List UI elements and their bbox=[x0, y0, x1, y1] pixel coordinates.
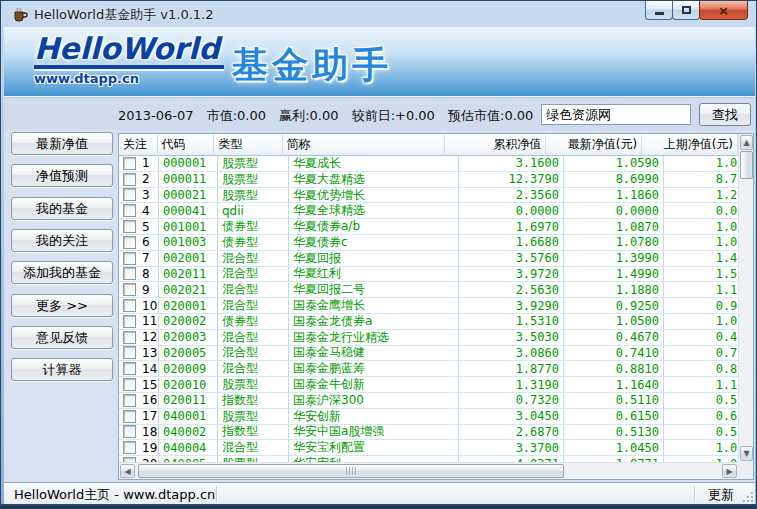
type-cell: 股票型 bbox=[218, 156, 289, 171]
table-row[interactable]: 1000001股票型华夏成长3.16001.05901.0710 bbox=[119, 156, 738, 172]
column-header-latest-nav[interactable]: 最新净值(元) bbox=[546, 134, 642, 156]
latest-nav-cell: 1.0500 bbox=[564, 314, 664, 329]
table-row[interactable]: 6001003债券型华夏债券c1.66801.07801.0790 bbox=[119, 235, 738, 251]
scroll-up-button[interactable]: ▲ bbox=[740, 135, 753, 150]
watch-checkbox[interactable] bbox=[123, 331, 136, 344]
table-row[interactable]: 4000041qdii华夏全球精选0.00000.00000.0000 bbox=[119, 203, 738, 219]
accumulated-nav-cell: 3.9720 bbox=[459, 267, 564, 282]
watch-checkbox[interactable] bbox=[123, 441, 136, 454]
watch-checkbox[interactable] bbox=[123, 378, 136, 391]
watch-checkbox[interactable] bbox=[123, 394, 136, 407]
search-button[interactable]: 查找 bbox=[699, 103, 751, 126]
watch-cell: 18 bbox=[119, 425, 159, 440]
table-row[interactable]: 13020005混合型国泰金马稳健3.08600.74100.7540 bbox=[119, 346, 738, 362]
watch-checkbox[interactable] bbox=[123, 346, 136, 359]
sidebar-button-calculator[interactable]: 计算器 bbox=[11, 358, 113, 381]
watch-checkbox[interactable] bbox=[123, 410, 136, 423]
latest-nav-cell: 1.0870 bbox=[564, 219, 664, 234]
table-row[interactable]: 10020001混合型国泰金鹰增长3.92900.92500.9330 bbox=[119, 298, 738, 314]
name-cell: 华夏全球精选 bbox=[289, 203, 459, 218]
watch-cell: 9 bbox=[119, 282, 159, 297]
table-row[interactable]: 5001001债券型华夏债券a/b1.69701.08701.0880 bbox=[119, 219, 738, 235]
column-header-code[interactable]: 代码 bbox=[158, 134, 215, 156]
type-cell: 混合型 bbox=[218, 361, 289, 376]
watch-checkbox[interactable] bbox=[123, 267, 136, 280]
latest-nav-cell: 8.6990 bbox=[564, 172, 664, 187]
horizontal-scrollbar[interactable]: ◀ ▶ bbox=[119, 462, 738, 479]
name-cell: 华夏红利 bbox=[289, 267, 459, 282]
table-row[interactable]: 9002021混合型华夏回报二号2.56301.18801.1990 bbox=[119, 282, 738, 298]
sidebar-button-add-my-fund[interactable]: 添加我的基金 bbox=[11, 261, 113, 284]
table-row[interactable]: 11020002债券型国泰金龙债券a1.53101.05001.0540 bbox=[119, 314, 738, 330]
accumulated-nav-cell: 3.3700 bbox=[459, 440, 564, 455]
watch-checkbox[interactable] bbox=[123, 425, 136, 438]
column-header-accumulated-nav[interactable]: 累积净值 bbox=[445, 134, 546, 156]
resize-grip-icon[interactable] bbox=[741, 490, 753, 502]
sidebar-button-more[interactable]: 更多 >> bbox=[11, 294, 113, 317]
previous-nav-cell: 0.5160 bbox=[664, 393, 738, 408]
maximize-button[interactable] bbox=[672, 1, 700, 20]
watch-checkbox[interactable] bbox=[123, 362, 136, 375]
table-row[interactable]: 8002011混合型华夏红利3.97201.49901.5130 bbox=[119, 267, 738, 283]
accumulated-nav-cell: 0.7320 bbox=[459, 393, 564, 408]
table-row[interactable]: 16020011指数型国泰沪深3000.73200.51100.5160 bbox=[119, 393, 738, 409]
horizontal-scroll-thumb[interactable] bbox=[138, 464, 564, 478]
column-header-watch[interactable]: 关注 bbox=[119, 134, 158, 156]
vertical-scroll-thumb[interactable] bbox=[740, 151, 753, 179]
row-number: 14 bbox=[142, 362, 157, 376]
vertical-scrollbar[interactable]: ▲ ▼ bbox=[738, 134, 753, 462]
previous-nav-cell: 1.1990 bbox=[664, 282, 738, 297]
sidebar-button-my-funds[interactable]: 我的基金 bbox=[11, 197, 113, 220]
name-cell: 华夏债券a/b bbox=[289, 219, 459, 234]
table-row[interactable]: 14020009混合型国泰金鹏蓝筹1.87700.88100.8920 bbox=[119, 361, 738, 377]
info-profit: 赢利:0.00 bbox=[279, 108, 338, 123]
type-cell: qdii bbox=[218, 203, 289, 218]
type-cell: 股票型 bbox=[218, 172, 289, 187]
sidebar-button-nav-forecast[interactable]: 净值预测 bbox=[11, 164, 113, 187]
latest-nav-cell: 1.4990 bbox=[564, 267, 664, 282]
update-link[interactable]: 更新 bbox=[708, 486, 734, 504]
watch-checkbox[interactable] bbox=[123, 157, 136, 170]
table-row[interactable]: 18040002指数型华安中国a股增强2.68700.51300.5230 bbox=[119, 425, 738, 441]
type-cell: 指数型 bbox=[218, 425, 289, 440]
table-row[interactable]: 17040001股票型华安创新3.04500.61500.6230 bbox=[119, 409, 738, 425]
row-number: 8 bbox=[142, 267, 150, 281]
search-input[interactable] bbox=[541, 104, 691, 125]
coffee-cup-icon bbox=[12, 7, 28, 23]
watch-checkbox[interactable] bbox=[123, 299, 136, 312]
watch-checkbox[interactable] bbox=[123, 220, 136, 233]
watch-checkbox[interactable] bbox=[123, 252, 136, 265]
column-header-type[interactable]: 类型 bbox=[214, 134, 282, 156]
scroll-right-button[interactable]: ▶ bbox=[722, 464, 737, 478]
watch-checkbox[interactable] bbox=[123, 173, 136, 186]
table-row[interactable]: 2000011股票型华夏大盘精选12.37908.69908.7860 bbox=[119, 172, 738, 188]
name-cell: 国泰金鹰增长 bbox=[289, 298, 459, 313]
title-bar[interactable]: HelloWorld基金助手 v1.0.1.2 × bbox=[1, 1, 756, 27]
scroll-left-button[interactable]: ◀ bbox=[120, 464, 135, 478]
table-row[interactable]: 19040004混合型华安宝利配置3.37001.04501.0540 bbox=[119, 440, 738, 456]
minimize-button[interactable] bbox=[645, 1, 673, 20]
sidebar-button-feedback[interactable]: 意见反馈 bbox=[11, 326, 113, 349]
table-row[interactable]: 12020003混合型国泰金龙行业精选3.50300.46700.4720 bbox=[119, 330, 738, 346]
table-row[interactable]: 3000021股票型华夏优势增长2.35601.18601.2020 bbox=[119, 188, 738, 204]
watch-cell: 5 bbox=[119, 219, 159, 234]
code-cell: 002021 bbox=[159, 282, 218, 297]
table-row[interactable]: 15020010股票型国泰金牛创新1.31901.16401.1760 bbox=[119, 377, 738, 393]
scroll-down-button[interactable]: ▼ bbox=[740, 446, 753, 461]
table-row[interactable]: 7002001混合型华夏回报3.57601.39901.4130 bbox=[119, 251, 738, 267]
watch-checkbox[interactable] bbox=[123, 204, 136, 217]
watch-checkbox[interactable] bbox=[123, 315, 136, 328]
row-number: 11 bbox=[142, 314, 157, 328]
code-cell: 000011 bbox=[159, 172, 218, 187]
watch-checkbox[interactable] bbox=[123, 236, 136, 249]
sidebar-button-latest-nav[interactable]: 最新净值 bbox=[11, 132, 113, 155]
type-cell: 混合型 bbox=[218, 298, 289, 313]
column-header-previous-nav[interactable]: 上期净值(元) bbox=[642, 134, 738, 156]
previous-nav-cell: 0.9330 bbox=[664, 298, 738, 313]
watch-checkbox[interactable] bbox=[123, 283, 136, 296]
watch-checkbox[interactable] bbox=[123, 188, 136, 201]
row-number: 12 bbox=[142, 330, 157, 344]
close-button[interactable]: × bbox=[699, 1, 748, 20]
sidebar-button-my-watchlist[interactable]: 我的关注 bbox=[11, 229, 113, 252]
column-header-name[interactable]: 简称 bbox=[283, 134, 446, 156]
